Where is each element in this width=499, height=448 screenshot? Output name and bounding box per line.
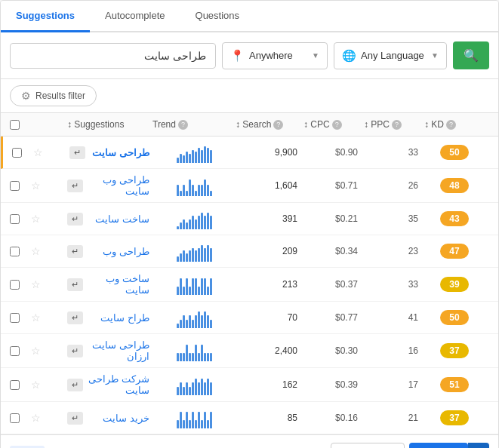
row-checkbox[interactable]	[10, 214, 20, 224]
row-star[interactable]: ☆	[27, 146, 48, 158]
trend-bar	[195, 191, 197, 196]
search-button[interactable]: 🔍	[453, 41, 489, 69]
row-checkbox-cell[interactable]	[4, 181, 25, 191]
select-all-checkbox[interactable]	[10, 120, 20, 130]
th-suggestions-label: ↕ Suggestions	[67, 119, 124, 130]
row-star[interactable]: ☆	[25, 278, 46, 290]
th-ppc[interactable]: ↕ PPC ?	[364, 119, 424, 130]
row-checkbox-cell[interactable]	[6, 148, 27, 158]
row-keyword-cell: ساخت وب سایت ↵	[67, 273, 152, 296]
tab-suggestions[interactable]: Suggestions	[1, 1, 90, 32]
th-suggestions[interactable]: ↕ Suggestions	[67, 119, 152, 130]
row-keyword-cell: طراحی سایت ↵	[69, 146, 152, 159]
th-cpc[interactable]: ↕ CPC ?	[303, 119, 364, 130]
trend-bar	[186, 278, 188, 295]
trend-bar	[207, 148, 209, 163]
row-trend-cell	[152, 340, 236, 361]
export-button[interactable]: ⬇ Export	[409, 443, 468, 448]
trend-bar	[201, 315, 203, 328]
row-checkbox-cell[interactable]	[4, 413, 25, 423]
trend-chart	[177, 208, 212, 229]
trend-bar	[177, 158, 179, 163]
row-checkbox-cell[interactable]	[4, 214, 25, 224]
trend-bar	[192, 320, 194, 328]
th-checkbox[interactable]	[4, 120, 25, 130]
row-star[interactable]: ☆	[25, 379, 46, 391]
row-cpc-cell: $0.77	[303, 312, 364, 323]
row-checkbox[interactable]	[10, 181, 20, 191]
row-search-cell: 213	[236, 279, 303, 290]
row-cpc-cell: $0.90	[303, 147, 364, 158]
row-star[interactable]: ☆	[25, 180, 46, 192]
row-checkbox[interactable]	[10, 346, 20, 356]
keyword-add-btn[interactable]: ↵	[67, 213, 83, 226]
row-kd-cell: 37	[424, 343, 485, 358]
keyword-add-btn[interactable]: ↵	[67, 278, 83, 291]
row-ppc-cell: 16	[364, 345, 424, 356]
language-select[interactable]: 🌐 Any Language ▼	[334, 42, 447, 69]
row-checkbox[interactable]	[10, 380, 20, 390]
table-row: ☆ طراحی سایت ارزان ↵ 2,400 $0.30 16 37	[1, 334, 498, 368]
row-checkbox-cell[interactable]	[4, 313, 25, 323]
row-star[interactable]: ☆	[25, 245, 46, 257]
row-checkbox[interactable]	[10, 247, 20, 256]
add-to-list-button[interactable]: ☆ Add to list	[331, 443, 405, 448]
kd-badge: 51	[440, 377, 469, 392]
trend-bar	[198, 382, 200, 395]
keyword-text[interactable]: ساخت وب سایت	[83, 273, 149, 296]
trend-bar	[183, 315, 185, 328]
keyword-add-btn[interactable]: ↵	[67, 180, 83, 192]
keyword-text[interactable]: طراحی وب سایت	[83, 174, 149, 197]
tab-questions[interactable]: Questions	[180, 1, 255, 32]
row-star[interactable]: ☆	[25, 213, 46, 225]
keyword-add-btn[interactable]: ↵	[67, 379, 83, 391]
row-checkbox-cell[interactable]	[4, 346, 25, 356]
trend-bar	[192, 150, 194, 163]
results-filter-button[interactable]: ⚙ Results filter	[10, 85, 97, 106]
keyword-text[interactable]: طراحی سایت ارزان	[83, 339, 149, 362]
keyword-add-btn[interactable]: ↵	[69, 146, 85, 159]
keyword-text[interactable]: طراحی وب	[103, 246, 149, 257]
row-checkbox[interactable]	[10, 413, 20, 423]
trend-bar	[204, 382, 206, 395]
row-star[interactable]: ☆	[25, 345, 46, 357]
keyword-text[interactable]: شرکت طراحی سایت	[83, 373, 149, 396]
trend-bar	[180, 191, 182, 196]
keyword-search-input[interactable]	[10, 43, 216, 69]
row-trend-cell	[152, 307, 236, 328]
keyword-text[interactable]: طراح سایت	[100, 312, 149, 324]
th-kd[interactable]: ↕ KD ?	[424, 119, 485, 130]
filters-row: 📍 Anywhere ▼ 🌐 Any Language ▼ 🔍	[1, 32, 498, 79]
trend-bar	[189, 353, 191, 361]
location-select[interactable]: 📍 Anywhere ▼	[222, 42, 328, 69]
keyword-add-btn[interactable]: ↵	[67, 412, 83, 425]
keyword-add-btn[interactable]: ↵	[67, 345, 83, 357]
keyword-text[interactable]: ساخت سایت	[95, 213, 149, 225]
row-star[interactable]: ☆	[25, 311, 46, 324]
trend-bar	[189, 154, 191, 163]
row-checkbox[interactable]	[10, 313, 20, 323]
row-star[interactable]: ☆	[25, 412, 46, 424]
export-dropdown-button[interactable]: ▼	[468, 443, 489, 448]
cpc-info-icon: ?	[332, 120, 342, 130]
keyword-add-btn[interactable]: ↵	[67, 245, 83, 258]
language-icon: 🌐	[342, 49, 356, 63]
keyword-text[interactable]: خرید سایت	[103, 413, 149, 424]
search-info-icon: ?	[273, 120, 283, 130]
keyword-text[interactable]: طراحی سایت	[92, 147, 149, 158]
trend-bar	[210, 191, 212, 196]
trend-bar	[204, 216, 206, 229]
keyword-add-btn[interactable]: ↵	[67, 311, 83, 324]
row-checkbox-cell[interactable]	[4, 380, 25, 390]
th-search[interactable]: ↕ Search ?	[236, 119, 303, 130]
row-checkbox-cell[interactable]	[4, 280, 25, 290]
row-checkbox[interactable]	[10, 280, 20, 290]
tab-autocomplete[interactable]: Autocomplete	[90, 1, 180, 32]
row-checkbox[interactable]	[12, 148, 22, 158]
kd-badge: 43	[440, 211, 469, 226]
row-ppc-cell: 41	[364, 312, 424, 323]
row-checkbox-cell[interactable]	[4, 247, 25, 256]
trend-bar	[189, 219, 191, 229]
trend-bar	[183, 353, 185, 361]
trend-chart	[177, 340, 212, 361]
